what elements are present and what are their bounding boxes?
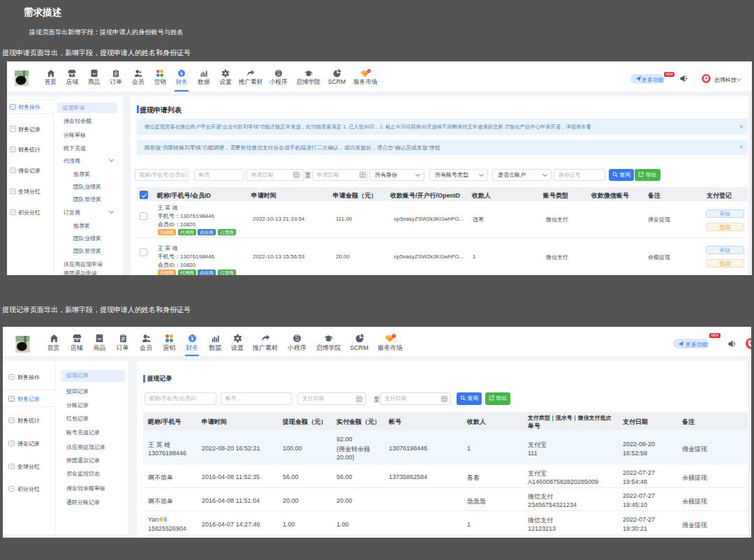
svg-text:10: 10 xyxy=(392,334,395,337)
svg-text:10: 10 xyxy=(367,70,370,73)
